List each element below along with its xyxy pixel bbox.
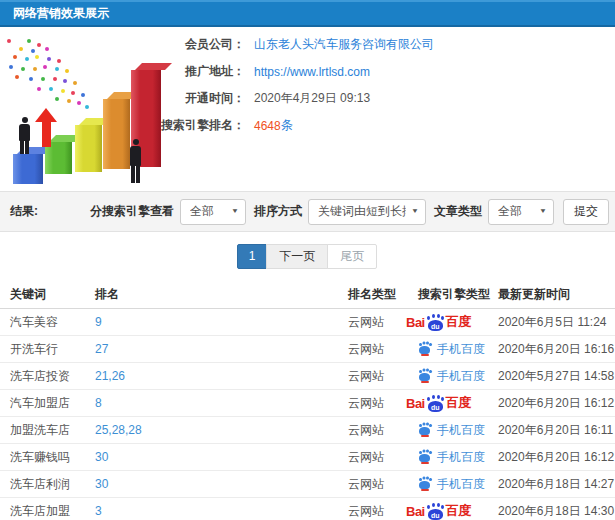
- businessman-figure-left: [19, 117, 30, 154]
- page-title: 网络营销效果展示: [13, 6, 109, 20]
- mobile-baidu-label: 手机百度: [437, 449, 485, 466]
- paw-base: [421, 462, 429, 464]
- keyword-cell: 汽车美容: [0, 314, 95, 331]
- engine-select[interactable]: 全部 ▼: [180, 199, 246, 225]
- rank-type-cell: 云网站: [348, 422, 418, 439]
- engine-type-cell: 手机百度: [418, 476, 498, 493]
- table-row: 汽车美容9云网站Baidu百度2020年6月5日 11:24: [0, 309, 615, 336]
- article-type-select[interactable]: 全部 ▼: [488, 199, 554, 225]
- paw-pad: [419, 427, 430, 435]
- update-time-cell: 2020年6月20日 16:12: [498, 449, 615, 466]
- info-row-promo-url: 推广地址： https://www.lrtlsd.com: [150, 58, 615, 85]
- info-section: 会员公司： 山东老人头汽车服务咨询有限公司 推广地址： https://www.…: [0, 27, 615, 191]
- engine-type-cell: 手机百度: [418, 341, 498, 358]
- member-company-label: 会员公司：: [150, 36, 245, 53]
- page-1-button[interactable]: 1: [237, 244, 268, 269]
- mobile-baidu-paw-icon: [418, 369, 432, 383]
- rank-table: 关键词 排名 排名类型 搜索引擎类型 最新更新时间 汽车美容9云网站Baidu百…: [0, 281, 615, 520]
- engine-rank-unit: 条: [281, 117, 293, 134]
- rank-link[interactable]: 30: [95, 450, 108, 464]
- sort-select[interactable]: 关键词由短到长排序 ▼: [308, 199, 426, 225]
- table-row: 洗车赚钱吗30云网站手机百度2020年6月20日 16:12: [0, 444, 615, 471]
- rank-type-cell: 云网站: [348, 368, 418, 385]
- keyword-cell: 开洗车行: [0, 341, 95, 358]
- rank-type-cell: 云网站: [348, 449, 418, 466]
- rank-link[interactable]: 25,28,28: [95, 423, 142, 437]
- keyword-cell: 洗车店利润: [0, 476, 95, 493]
- table-row: 开洗车行27云网站手机百度2020年6月20日 16:16: [0, 336, 615, 363]
- paw-base: [421, 354, 429, 356]
- engine-filter-label: 分搜索引擎查看: [90, 203, 174, 220]
- rank-link[interactable]: 27: [95, 342, 108, 356]
- rank-cell: 3: [95, 504, 348, 518]
- rank-cell: 27: [95, 342, 348, 356]
- mobile-baidu-logo: 手机百度: [418, 476, 485, 493]
- engine-type-cell: 手机百度: [418, 368, 498, 385]
- engine-rank-count: 4648: [254, 119, 281, 133]
- baidu-logo-cn-text: 百度: [446, 394, 471, 412]
- next-page-button[interactable]: 下一页: [266, 244, 328, 269]
- keyword-cell: 汽车加盟店: [0, 395, 95, 412]
- sort-select-value: 关键词由短到长排序: [318, 203, 406, 220]
- promo-url-label: 推广地址：: [150, 63, 245, 80]
- engine-type-header: 搜索引擎类型: [418, 286, 498, 303]
- open-time-label: 开通时间：: [150, 90, 245, 107]
- rank-link[interactable]: 9: [95, 315, 102, 329]
- chevron-down-icon: ▼: [231, 208, 239, 215]
- keyword-cell: 加盟洗车店: [0, 422, 95, 439]
- submit-button[interactable]: 提交: [563, 199, 609, 225]
- baidu-logo-du-text: du: [428, 323, 443, 330]
- keyword-cell: 洗车店加盟: [0, 503, 95, 520]
- pagination: 1 下一页 尾页: [0, 232, 615, 281]
- info-row-member-company: 会员公司： 山东老人头汽车服务咨询有限公司: [150, 31, 615, 58]
- rank-link[interactable]: 30: [95, 477, 108, 491]
- confetti-dots-graphic: [7, 39, 11, 43]
- mobile-baidu-label: 手机百度: [437, 422, 485, 439]
- promo-url-link[interactable]: https://www.lrtlsd.com: [254, 65, 370, 79]
- keyword-header: 关键词: [0, 286, 95, 303]
- baidu-logo: Baidu百度: [406, 313, 471, 331]
- mobile-baidu-paw-icon: [418, 342, 432, 356]
- baidu-logo: Baidu百度: [406, 394, 471, 412]
- rank-link[interactable]: 8: [95, 396, 102, 410]
- rank-type-header: 排名类型: [348, 286, 418, 303]
- engine-select-value: 全部: [190, 203, 226, 220]
- rank-cell: 30: [95, 477, 348, 491]
- rank-header: 排名: [95, 286, 348, 303]
- member-company-link[interactable]: 山东老人头汽车服务咨询有限公司: [254, 36, 434, 53]
- rank-link[interactable]: 21,26: [95, 369, 125, 383]
- mobile-baidu-paw-icon: [418, 450, 432, 464]
- article-type-filter-label: 文章类型: [434, 203, 482, 220]
- update-time-cell: 2020年6月18日 14:30: [498, 503, 615, 520]
- mobile-baidu-paw-icon: [418, 423, 432, 437]
- engine-type-cell: Baidu百度: [418, 502, 498, 520]
- last-page-button[interactable]: 尾页: [327, 244, 377, 269]
- paw-pad: [419, 481, 430, 489]
- filter-bar: 结果: 分搜索引擎查看 全部 ▼ 排序方式 关键词由短到长排序 ▼ 文章类型 全…: [0, 191, 615, 232]
- baidu-paw-icon: du: [426, 503, 445, 520]
- businessman-figure-right: [130, 139, 141, 183]
- rank-cell: 30: [95, 450, 348, 464]
- keyword-cell: 洗车店投资: [0, 368, 95, 385]
- mobile-baidu-logo: 手机百度: [418, 341, 485, 358]
- baidu-logo-bai-text: Bai: [406, 504, 425, 519]
- paw-base: [421, 381, 429, 383]
- rank-cell: 21,26: [95, 369, 348, 383]
- rank-cell: 9: [95, 315, 348, 329]
- update-time-cell: 2020年6月5日 11:24: [498, 314, 615, 331]
- table-header-row: 关键词 排名 排名类型 搜索引擎类型 最新更新时间: [0, 281, 615, 309]
- mobile-baidu-logo: 手机百度: [418, 449, 485, 466]
- table-row: 加盟洗车店25,28,28云网站手机百度2020年6月20日 16:11: [0, 417, 615, 444]
- table-row: 洗车店投资21,26云网站手机百度2020年5月27日 14:58: [0, 363, 615, 390]
- table-row: 洗车店加盟3云网站Baidu百度2020年6月18日 14:30: [0, 498, 615, 520]
- baidu-paw-icon: du: [426, 395, 445, 412]
- info-list: 会员公司： 山东老人头汽车服务咨询有限公司 推广地址： https://www.…: [150, 31, 615, 139]
- orange-bar-graphic: [103, 99, 130, 169]
- titlebar: 网络营销效果展示: [0, 0, 615, 27]
- update-time-cell: 2020年6月18日 14:27: [498, 476, 615, 493]
- baidu-logo-cn-text: 百度: [446, 313, 471, 331]
- rank-link[interactable]: 3: [95, 504, 102, 518]
- baidu-logo-du-text: du: [428, 404, 443, 411]
- page: 网络营销效果展示 会员公司： 山东老人头汽车服务咨询有限公司 推广地: [0, 0, 615, 520]
- paw-toes: [427, 505, 430, 509]
